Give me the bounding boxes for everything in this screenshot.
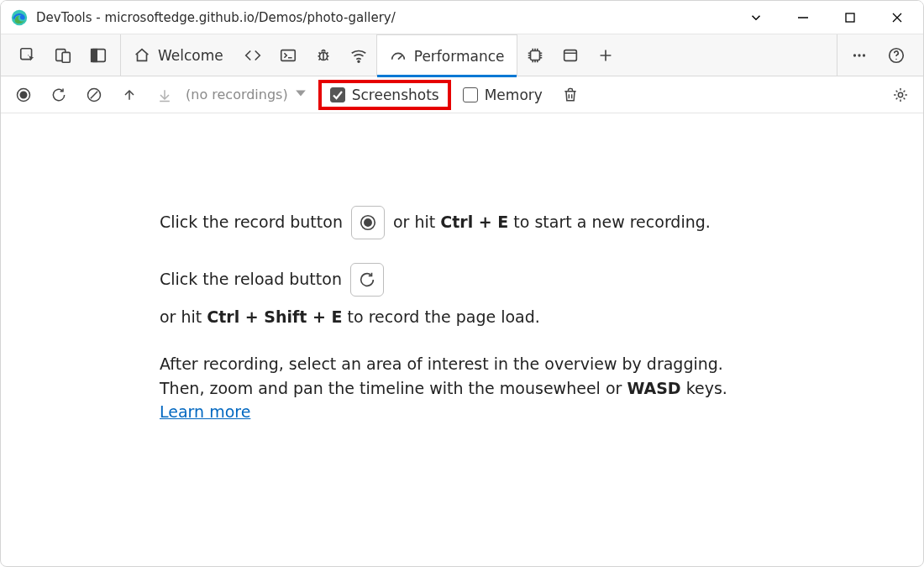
learn-more-link[interactable]: Learn more	[160, 402, 250, 421]
memory-checkbox[interactable]	[463, 87, 478, 102]
device-toolbar-icon[interactable]	[46, 39, 80, 72]
svg-rect-22	[530, 50, 539, 60]
svg-line-19	[326, 58, 328, 60]
performance-empty-state: Click the record button or hit Ctrl + E …	[1, 113, 923, 566]
memory-checkbox-group[interactable]: Memory	[454, 83, 551, 107]
hint-text: to start a new recording.	[513, 213, 711, 231]
record-button-illustration	[351, 206, 385, 239]
tabbar-right	[837, 34, 918, 76]
tab-bar: Welcome Performance	[1, 34, 923, 76]
help-icon	[887, 46, 906, 65]
arrow-up-icon	[121, 87, 138, 103]
screenshots-label: Screenshots	[352, 87, 439, 103]
close-button[interactable]	[878, 4, 916, 31]
svg-line-21	[398, 55, 402, 60]
svg-line-47	[91, 91, 97, 97]
dock-side-icon[interactable]	[81, 39, 115, 72]
dock-controls	[6, 34, 121, 76]
hint-text: to record the page load.	[348, 307, 540, 326]
svg-rect-2	[846, 13, 854, 22]
hint-paragraph: After recording, select an area of inter…	[160, 352, 764, 424]
inspect-element-icon[interactable]	[11, 39, 45, 72]
arrow-down-icon	[156, 87, 173, 103]
save-profile-button[interactable]	[149, 80, 181, 110]
help-button[interactable]	[879, 39, 913, 72]
keyboard-shortcut: Ctrl + E	[440, 213, 508, 231]
reload-record-button[interactable]	[43, 80, 75, 110]
hint-text: keys.	[681, 379, 727, 397]
tab-application[interactable]	[553, 34, 588, 76]
svg-rect-10	[281, 50, 296, 60]
svg-point-56	[365, 218, 371, 225]
tab-performance[interactable]: Performance	[376, 34, 517, 76]
devtools-window: DevTools - microsoftedge.github.io/Demos…	[0, 0, 924, 567]
keyboard-shortcut: WASD	[627, 379, 680, 397]
svg-line-16	[318, 52, 320, 54]
svg-point-45	[20, 92, 27, 98]
record-icon	[15, 87, 32, 103]
hint-row-reload: Click the reload button or hit Ctrl + Sh…	[160, 263, 764, 329]
hint-text: Click the record button	[160, 210, 343, 234]
titlebar: DevTools - microsoftedge.github.io/Demos…	[1, 1, 923, 34]
capture-settings-button[interactable]	[885, 80, 916, 110]
keyboard-shortcut: Ctrl + Shift + E	[207, 307, 342, 326]
gear-icon	[892, 87, 909, 103]
plus-icon	[596, 46, 615, 65]
chevron-down-icon[interactable]	[737, 4, 775, 31]
bug-icon	[314, 46, 333, 65]
elements-icon	[244, 46, 262, 65]
hint-row-record: Click the record button or hit Ctrl + E …	[160, 206, 764, 239]
add-tab-button[interactable]	[588, 34, 623, 76]
maximize-button[interactable]	[831, 4, 869, 31]
hint-text: or hit	[160, 307, 202, 326]
dots-horizontal-icon	[850, 46, 869, 65]
svg-line-17	[326, 52, 328, 54]
tab-welcome-label: Welcome	[158, 47, 223, 64]
tabs: Welcome Performance	[121, 34, 837, 76]
trash-icon	[562, 87, 579, 103]
svg-rect-35	[564, 50, 576, 60]
window-title: DevTools - microsoftedge.github.io/Demos…	[36, 10, 396, 25]
record-button[interactable]	[8, 80, 39, 110]
performance-toolbar: (no recordings) Screenshots Memory	[1, 76, 923, 113]
svg-point-40	[858, 54, 860, 56]
tab-performance-label: Performance	[414, 48, 505, 65]
svg-point-39	[853, 54, 856, 56]
home-icon	[133, 46, 151, 65]
clear-button[interactable]	[78, 80, 110, 110]
edge-app-icon	[11, 9, 28, 26]
check-icon	[332, 89, 344, 101]
screenshots-checkbox-group[interactable]: Screenshots	[318, 80, 451, 110]
hint-text: or hit	[393, 213, 435, 231]
recordings-selector[interactable]: (no recordings)	[186, 87, 288, 102]
svg-rect-9	[92, 49, 97, 61]
svg-rect-7	[62, 52, 70, 62]
tab-console[interactable]	[270, 34, 306, 76]
tab-memory[interactable]	[517, 34, 553, 76]
reload-button-illustration	[350, 263, 384, 297]
screenshots-checkbox[interactable]	[330, 87, 345, 102]
reload-icon	[50, 87, 67, 103]
wifi-icon	[349, 46, 368, 65]
svg-marker-51	[296, 91, 306, 97]
application-icon	[561, 46, 580, 65]
svg-point-20	[358, 60, 360, 62]
tab-welcome[interactable]: Welcome	[121, 34, 235, 76]
garbage-collect-button[interactable]	[554, 80, 586, 110]
minimize-button[interactable]	[784, 4, 822, 31]
memory-label: Memory	[485, 87, 543, 103]
more-options-button[interactable]	[843, 39, 876, 72]
tab-network[interactable]	[341, 34, 376, 76]
load-profile-button[interactable]	[113, 80, 145, 110]
svg-line-18	[318, 58, 320, 60]
tab-elements[interactable]	[235, 34, 270, 76]
svg-point-54	[898, 92, 902, 97]
svg-point-43	[895, 58, 896, 59]
tab-sources[interactable]	[306, 34, 341, 76]
clear-icon	[86, 87, 102, 103]
hint-text: Click the reload button	[160, 267, 342, 291]
performance-gauge-icon	[389, 47, 407, 66]
dropdown-caret-icon[interactable]	[295, 87, 307, 102]
svg-point-41	[863, 54, 865, 56]
chip-icon	[526, 46, 544, 65]
